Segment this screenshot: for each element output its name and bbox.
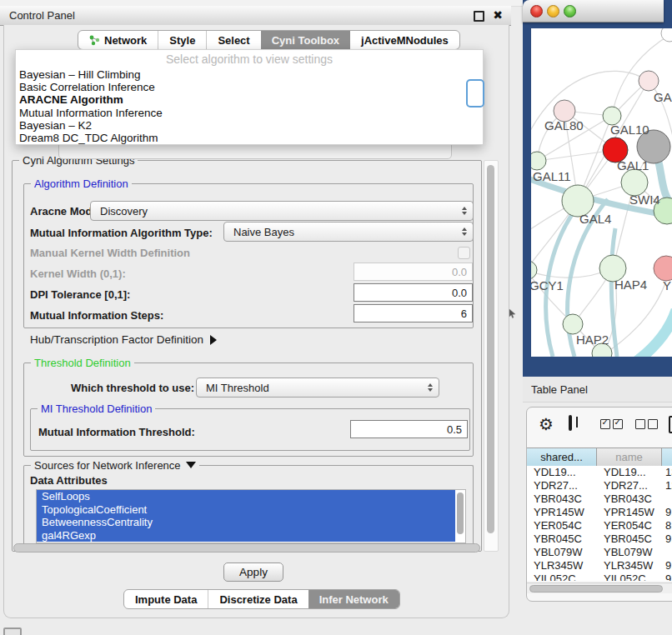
mi-threshold-input[interactable]: 0.5 (350, 420, 468, 438)
tab-cyni-toolbox[interactable]: Cyni Toolbox (261, 31, 350, 49)
node-gal-partial[interactable] (639, 71, 659, 91)
stepper-arrows-icon (428, 383, 433, 392)
node-label: GAL (654, 90, 672, 104)
tab-network[interactable]: Network (78, 31, 158, 49)
table-row[interactable]: YDL19...YDL19...13 (527, 466, 672, 479)
mi-steps-input[interactable]: 6 (354, 304, 473, 322)
node-gal11[interactable] (531, 152, 546, 170)
list-scrollbar-thumb[interactable] (457, 492, 464, 534)
manual-kernel-checkbox[interactable] (458, 247, 470, 259)
tab-select-label: Select (218, 34, 249, 47)
cell: YBR043C (597, 492, 662, 506)
table-horizontal-scrollbar[interactable] (527, 582, 672, 593)
node-hap2[interactable] (563, 314, 583, 334)
node-salmon[interactable] (654, 256, 672, 281)
table-row[interactable]: YER054CYER054C8. (527, 519, 672, 532)
tab-style[interactable]: Style (158, 31, 206, 49)
scrollbar-thumb[interactable] (529, 585, 663, 592)
network-desktop-background: GAL GAL80 GAL10 GAL1 GAL11 GAL4 SWI4 GCY… (523, 0, 672, 377)
dropdown-item[interactable]: Mutual Information Inference (16, 107, 483, 119)
data-attributes-list[interactable]: SelfLoops TopologicalCoefficient Between… (36, 489, 466, 543)
dropdown-item[interactable]: Basic Correlation Inference (16, 81, 483, 93)
minimized-panel-chip[interactable] (3, 628, 22, 635)
apply-button[interactable]: Apply (223, 562, 283, 582)
dpi-tolerance-input[interactable]: 0.0 (354, 283, 473, 302)
hub-definition-toggle[interactable]: Hub/Transcription Factor Definition (30, 333, 217, 346)
kernel-width-value: 0.0 (452, 266, 467, 278)
settings-vertical-scrollbar[interactable] (484, 160, 499, 552)
checked-box-icon (613, 419, 623, 429)
mi-steps-value: 6 (461, 308, 467, 320)
tab-jactivemnodules-label: jActiveMNodules (361, 34, 449, 47)
manual-kernel-label: Manual Kernel Width Definition (30, 247, 190, 259)
close-icon[interactable]: ✖ (493, 8, 503, 22)
list-item[interactable]: BetweennessCentrality (37, 516, 455, 529)
scrollbar-thumb[interactable] (487, 165, 494, 533)
control-panel-tabbar: Network Style Select Cyni Toolbox jActiv… (78, 30, 460, 50)
cell: 9. (662, 506, 672, 519)
tab-network-label: Network (104, 34, 147, 47)
table-row[interactable]: YDR27...YDR27...12 (527, 479, 672, 492)
node-label: GAL4 (579, 212, 611, 226)
page-icon[interactable] (669, 416, 672, 433)
table-panel-title: Table Panel (531, 383, 588, 396)
cell: YER054C (527, 519, 597, 532)
tab-impute-data[interactable]: Impute Data (124, 590, 208, 608)
select-all-checkboxes-icon[interactable] (600, 419, 625, 432)
network-view-canvas[interactable]: GAL GAL80 GAL10 GAL1 GAL11 GAL4 SWI4 GCY… (531, 28, 672, 357)
aracne-mode-select[interactable]: Discovery (90, 201, 474, 221)
hub-definition-label: Hub/Transcription Factor Definition (30, 333, 203, 346)
node-gcy1[interactable] (531, 261, 537, 279)
dropdown-item[interactable]: Dream8 DC_TDC Algorithm (16, 132, 483, 144)
dropdown-item[interactable]: Bayesian – K2 (16, 119, 483, 132)
sources-title[interactable]: Sources for Network Inference (31, 459, 199, 472)
cell: YER054C (597, 519, 662, 532)
table-row[interactable]: YPR145WYPR145W9. (527, 506, 672, 519)
tab-style-label: Style (169, 34, 195, 47)
cell: YBL079W (527, 546, 597, 559)
tab-select[interactable]: Select (206, 31, 260, 49)
cell: YDR27... (527, 479, 597, 492)
tab-infer-network-label: Infer Network (319, 593, 389, 606)
tab-cyni-toolbox-label: Cyni Toolbox (272, 34, 339, 47)
table-row[interactable]: YBL079WYBL079W (527, 546, 672, 559)
cell: 12 (662, 479, 672, 492)
settings-horizontal-scrollbar[interactable] (13, 543, 480, 552)
cell: 13 (662, 466, 672, 479)
tab-discretize-data[interactable]: Discretize Data (208, 590, 308, 608)
float-window-icon[interactable] (474, 11, 484, 22)
node-label: GAL10 (610, 122, 649, 137)
column-header-partial[interactable] (662, 448, 672, 466)
zoom-traffic-light-icon[interactable] (564, 5, 576, 18)
list-item[interactable]: gal4RGexp (37, 529, 455, 542)
dropdown-item[interactable]: Bayesian – Hill Climbing (16, 68, 483, 81)
list-item[interactable]: SelfLoops (37, 490, 455, 503)
table-row[interactable]: YBR045CYBR045C9. (527, 532, 672, 546)
tab-jactivemnodules[interactable]: jActiveMNodules (350, 31, 459, 49)
mouse-cursor-icon (509, 308, 517, 318)
network-window-titlebar[interactable] (523, 0, 664, 22)
list-item[interactable]: TopologicalCoefficient (37, 503, 455, 517)
kernel-width-input: 0.0 (354, 262, 473, 281)
cell: YBL079W (597, 546, 662, 559)
mi-type-select[interactable]: Naive Bayes (223, 222, 474, 242)
close-traffic-light-icon[interactable] (530, 5, 543, 18)
cell: 9 (662, 572, 672, 581)
table-body[interactable]: YDL19...YDL19...13 YDR27...YDR27...12 YB… (527, 466, 672, 581)
dropdown-item-selected[interactable]: ARACNE Algorithm (16, 93, 483, 106)
table-row[interactable]: YIL052CYIL052C9 (527, 572, 672, 581)
table-row[interactable]: YBR043CYBR043C (527, 492, 672, 506)
gear-icon[interactable]: ⚙ (539, 416, 554, 432)
node-label: GCY1 (531, 278, 564, 292)
cell: YIL052C (597, 572, 662, 581)
column-header-name[interactable]: name (597, 448, 662, 466)
column-header-shared[interactable]: shared... (527, 448, 597, 466)
deselect-all-checkboxes-icon[interactable] (635, 419, 660, 432)
apply-button-label: Apply (239, 566, 268, 578)
minimize-traffic-light-icon[interactable] (547, 5, 559, 18)
which-threshold-select[interactable]: MI Threshold (196, 378, 439, 398)
bottom-tabbar: Impute Data Discretize Data Infer Networ… (123, 589, 400, 609)
table-row[interactable]: YLR345WYLR345W9. (527, 559, 672, 572)
columns-icon[interactable] (569, 415, 572, 431)
tab-infer-network[interactable]: Infer Network (308, 590, 399, 608)
